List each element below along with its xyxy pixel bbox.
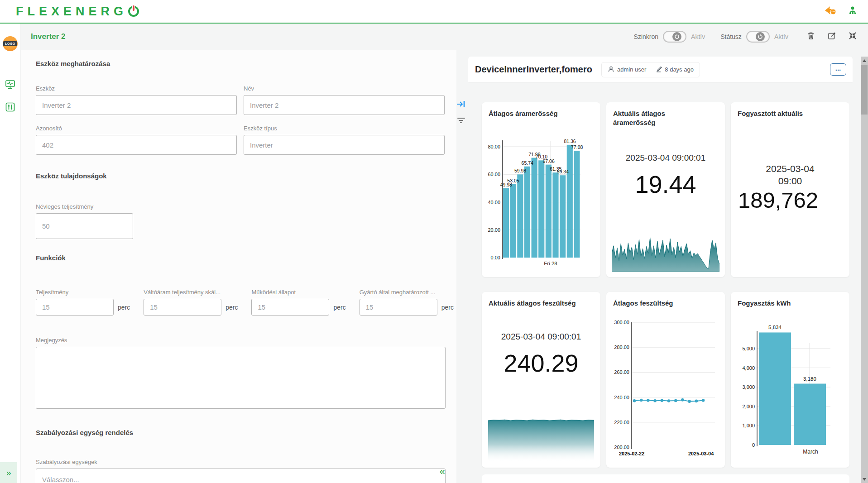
top-navbar: FLEXENERG: [0, 0, 868, 24]
svg-text:March: March: [803, 449, 818, 455]
perc-unit: perc: [441, 304, 454, 311]
page-title: Inverter 2: [31, 32, 66, 41]
megjegyzes-label: Megjegyzés: [36, 337, 445, 344]
svg-text:3,180: 3,180: [803, 376, 816, 382]
dashboard-more-button[interactable]: ...: [830, 63, 846, 76]
svg-text:2,000: 2,000: [742, 404, 755, 409]
filter-icon[interactable]: [457, 118, 465, 123]
svg-text:200.00: 200.00: [614, 445, 629, 450]
logo-text: FLEXENERG: [16, 5, 127, 19]
user-icon[interactable]: [847, 5, 858, 18]
eszkoz-input[interactable]: [36, 95, 237, 115]
valtoaram-label: Váltóáram teljesítmény skál...: [144, 289, 224, 296]
perc-unit: perc: [118, 304, 130, 311]
scroll-down-icon[interactable]: [863, 478, 866, 481]
scroll-up-icon[interactable]: [863, 59, 866, 62]
svg-text:300.00: 300.00: [614, 320, 629, 325]
avg-voltage-line-chart: 200.00220.00240.00260.00280.00300.002025…: [611, 318, 716, 461]
nevleges-label: Névleges teljesítmény: [36, 203, 445, 210]
flexenergo-logo[interactable]: FLEXENERG: [16, 5, 139, 19]
megjegyzes-textarea[interactable]: [36, 347, 446, 409]
stat-value: 240.29: [482, 349, 600, 377]
promo-hand-icon[interactable]: [824, 5, 837, 18]
avg-current-bar-chart: 0.0020.0040.0060.0080.0049.9853.0559.986…: [487, 129, 595, 272]
nevleges-input[interactable]: [36, 213, 133, 239]
teljesitmeny-input[interactable]: [36, 299, 114, 316]
stat-timestamp: 2025-03-04 09:00: [756, 163, 824, 187]
card-title: Átlagos feszültség: [606, 292, 725, 308]
power-o-icon: [128, 6, 139, 17]
svg-text:80.00: 80.00: [488, 144, 500, 149]
expand-chevrons-icon: »: [6, 468, 11, 478]
page-toolbar: Inverter 2 Szinkron Aktív Státusz Aktív: [21, 24, 868, 50]
mukodesi-label: Működési állapot: [251, 289, 332, 296]
svg-text:65.74: 65.74: [522, 160, 533, 166]
tenant-logo-badge[interactable]: LOGO: [3, 36, 18, 51]
svg-text:0: 0: [752, 442, 755, 448]
voltage-area-chart: [488, 415, 594, 463]
left-sidebar: LOGO »: [0, 24, 20, 483]
tenant-logo-text: LOGO: [3, 41, 17, 46]
svg-text:5,834: 5,834: [768, 325, 782, 330]
svg-text:2025-02-22: 2025-02-22: [619, 451, 644, 456]
eszkoz-tipus-label: Eszköz típus: [244, 125, 445, 132]
eszkoz-label: Eszköz: [36, 85, 237, 92]
szinkron-toggle[interactable]: [663, 31, 686, 43]
svg-text:81.36: 81.36: [564, 139, 575, 144]
mukodesi-input[interactable]: [251, 299, 329, 316]
svg-text:Fri 28: Fri 28: [544, 261, 557, 266]
sidebar-expand-button[interactable]: »: [0, 462, 17, 483]
scrollbar-thumb[interactable]: [861, 65, 868, 115]
pencil-icon: [655, 66, 662, 74]
svg-text:280.00: 280.00: [614, 344, 629, 350]
nev-input[interactable]: [244, 95, 445, 115]
statusz-toggle[interactable]: [746, 31, 770, 43]
svg-text:59.34: 59.34: [557, 169, 569, 174]
szinkron-label: Szinkron: [634, 33, 658, 40]
pin-panel-icon[interactable]: [456, 99, 466, 111]
section-regulation-title: Szabályozási egység rendelés: [36, 429, 445, 436]
power-icon: [756, 32, 765, 41]
svg-text:20.00: 20.00: [488, 227, 500, 233]
szinkron-state: Aktív: [691, 33, 705, 40]
szabalyozasi-egysegek-select[interactable]: [36, 469, 446, 483]
consumption-bar-chart: 01,0002,0003,0004,0005,0005,8343,180Marc…: [734, 318, 848, 461]
card-fogyasztott-aktualis: Fogyasztott aktuális 2025-03-04 09:00 18…: [731, 102, 849, 277]
gyarto-input[interactable]: [360, 299, 437, 316]
szabalyozasi-egysegek-label: Szabályozási egységek: [36, 459, 445, 465]
svg-text:59.98: 59.98: [514, 168, 526, 173]
svg-text:220.00: 220.00: [614, 420, 629, 425]
card-aktualis-atlagos-feszultseg: Aktuális átlagos feszültség 2025-03-04 0…: [482, 292, 600, 468]
stat-timestamp: 2025-03-04 09:00:01: [482, 332, 600, 342]
delete-icon[interactable]: [806, 31, 815, 42]
section-device-title: Eszköz meghatározása: [36, 60, 445, 67]
form-collapse-button[interactable]: «: [440, 466, 445, 478]
vertical-scrollbar[interactable]: [861, 57, 868, 483]
compress-icon[interactable]: [848, 31, 857, 42]
card-title: Fogyasztás kWh: [731, 292, 849, 308]
valtoaram-input[interactable]: [144, 299, 221, 316]
nev-label: Név: [244, 85, 445, 92]
azonosito-input[interactable]: [36, 135, 237, 155]
svg-text:77.08: 77.08: [571, 144, 583, 150]
section-props-title: Eszköz tulajdonságok: [36, 172, 445, 180]
stat-value: 189,762: [731, 187, 849, 213]
svg-text:3,000: 3,000: [742, 384, 755, 390]
device-form: Eszköz meghatározása Eszköz Név Azonosít…: [21, 50, 456, 483]
card-title: Aktuális átlagos feszültség: [482, 292, 600, 308]
power-icon: [672, 32, 681, 41]
svg-text:1,000: 1,000: [742, 423, 755, 428]
card-fogyasztas-kwh: Fogyasztás kWh 01,0002,0003,0004,0005,00…: [731, 292, 849, 468]
azonosito-label: Azonosító: [36, 125, 237, 132]
person-icon: [608, 66, 614, 74]
next-row-card-partial: [482, 474, 849, 483]
gyarto-label: Gyártó által meghatározott ...: [360, 289, 440, 296]
card-atlagos-aramerosseg: Átlagos áramerősség 0.0020.0040.0060.008…: [482, 102, 600, 277]
eszkoz-tipus-input[interactable]: [244, 135, 445, 155]
card-title: Átlagos áramerősség: [482, 102, 600, 118]
svg-text:60.00: 60.00: [488, 172, 500, 177]
edit-icon[interactable]: [827, 31, 836, 42]
card-atlagos-feszultseg: Átlagos feszültség 200.00220.00240.00260…: [606, 292, 725, 468]
monitor-chart-icon[interactable]: [5, 79, 16, 90]
sliders-icon[interactable]: [5, 101, 16, 113]
